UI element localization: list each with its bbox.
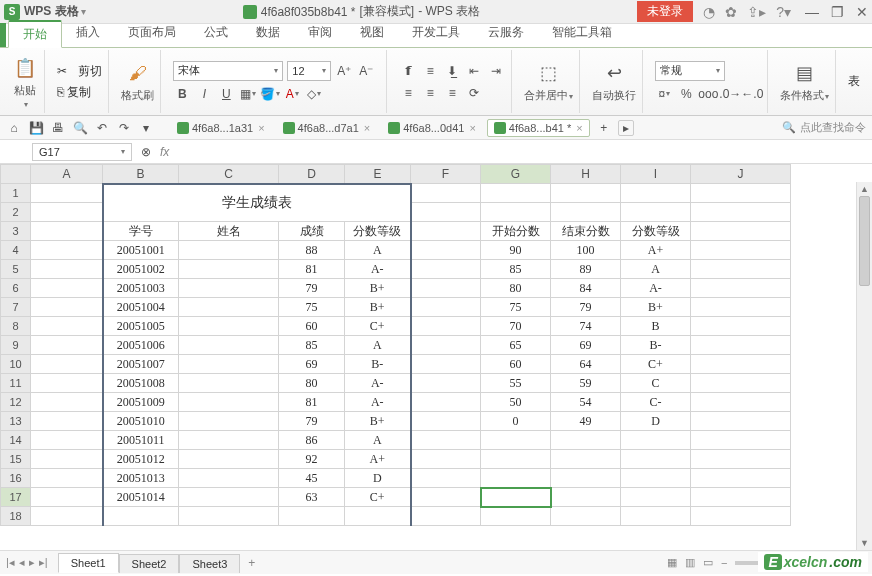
cell-E18[interactable] <box>345 507 411 526</box>
cell-A4[interactable] <box>31 241 103 260</box>
cell-D8[interactable]: 60 <box>279 317 345 336</box>
number-format-select[interactable]: 常规▾ <box>655 61 725 81</box>
cell-I9[interactable]: B- <box>621 336 691 355</box>
cell-H12[interactable]: 54 <box>551 393 621 412</box>
skin-icon[interactable]: ◔ <box>703 4 715 20</box>
cell-B11[interactable]: 20051008 <box>103 374 179 393</box>
tab-list-button[interactable]: ▸ <box>618 120 634 136</box>
cell-J4[interactable] <box>691 241 791 260</box>
comma-icon[interactable]: ooo <box>699 85 717 103</box>
cell-J1[interactable] <box>691 184 791 203</box>
cell-C11[interactable] <box>179 374 279 393</box>
cell-H11[interactable]: 59 <box>551 374 621 393</box>
cell-A17[interactable] <box>31 488 103 507</box>
cell-H4[interactable]: 100 <box>551 241 621 260</box>
row-header-13[interactable]: 13 <box>1 412 31 431</box>
cell-I14[interactable] <box>621 431 691 450</box>
cell-B3[interactable]: 学号 <box>103 222 179 241</box>
cell-F17[interactable] <box>411 488 481 507</box>
row-header-6[interactable]: 6 <box>1 279 31 298</box>
cell-G10[interactable]: 60 <box>481 355 551 374</box>
cell-C10[interactable] <box>179 355 279 374</box>
select-all-corner[interactable] <box>1 165 31 184</box>
cell-B5[interactable]: 20051002 <box>103 260 179 279</box>
cell-C12[interactable] <box>179 393 279 412</box>
cell-I11[interactable]: C <box>621 374 691 393</box>
cell-B16[interactable]: 20051013 <box>103 469 179 488</box>
paste-button[interactable]: 📋 粘贴▾ <box>6 50 45 113</box>
cell-F7[interactable] <box>411 298 481 317</box>
cell-D13[interactable]: 79 <box>279 412 345 431</box>
cell-C17[interactable] <box>179 488 279 507</box>
italic-button[interactable]: I <box>195 85 213 103</box>
cell-I15[interactable] <box>621 450 691 469</box>
cell-I5[interactable]: A <box>621 260 691 279</box>
conditional-format-button[interactable]: ▤ 条件格式▾ <box>774 50 836 113</box>
cell-B7[interactable]: 20051004 <box>103 298 179 317</box>
cell-C7[interactable] <box>179 298 279 317</box>
cell-I17[interactable] <box>621 488 691 507</box>
row-header-2[interactable]: 2 <box>1 203 31 222</box>
cell-G3[interactable]: 开始分数 <box>481 222 551 241</box>
menu-tab-9[interactable]: 智能工具箱 <box>538 20 626 47</box>
row-header-3[interactable]: 3 <box>1 222 31 241</box>
zoom-out-icon[interactable]: − <box>721 557 727 569</box>
cell-B9[interactable]: 20051006 <box>103 336 179 355</box>
merge-center-button[interactable]: ⬚ 合并居中▾ <box>518 50 580 113</box>
view-normal-icon[interactable]: ▦ <box>667 556 677 569</box>
name-box[interactable]: G17▾ <box>32 143 132 161</box>
cell-H17[interactable] <box>551 488 621 507</box>
align-center-icon[interactable]: ≡ <box>421 84 439 102</box>
cell-E3[interactable]: 分数等级 <box>345 222 411 241</box>
menu-tab-5[interactable]: 审阅 <box>294 20 346 47</box>
row-header-17[interactable]: 17 <box>1 488 31 507</box>
cell-I12[interactable]: C- <box>621 393 691 412</box>
row-header-4[interactable]: 4 <box>1 241 31 260</box>
ribbon-more[interactable]: 表 <box>848 73 860 90</box>
row-header-1[interactable]: 1 <box>1 184 31 203</box>
cell-F6[interactable] <box>411 279 481 298</box>
row-header-12[interactable]: 12 <box>1 393 31 412</box>
cell-A5[interactable] <box>31 260 103 279</box>
cell-C15[interactable] <box>179 450 279 469</box>
cell-I10[interactable]: C+ <box>621 355 691 374</box>
cell-D4[interactable]: 88 <box>279 241 345 260</box>
cell-A1[interactable] <box>31 184 103 203</box>
cell-J10[interactable] <box>691 355 791 374</box>
row-header-8[interactable]: 8 <box>1 317 31 336</box>
document-tab-0[interactable]: 4f6a8...1a31× <box>170 119 272 137</box>
align-left-icon[interactable]: ≡ <box>399 84 417 102</box>
cell-C16[interactable] <box>179 469 279 488</box>
formula-input[interactable] <box>175 143 866 161</box>
cell-B15[interactable]: 20051012 <box>103 450 179 469</box>
col-header-D[interactable]: D <box>279 165 345 184</box>
cell-E10[interactable]: B- <box>345 355 411 374</box>
command-search[interactable]: 点此查找命令 <box>800 120 866 135</box>
cell-D15[interactable]: 92 <box>279 450 345 469</box>
col-header-J[interactable]: J <box>691 165 791 184</box>
cell-F9[interactable] <box>411 336 481 355</box>
qat-save-icon[interactable]: 💾 <box>28 120 44 136</box>
increase-indent-icon[interactable]: ⇥ <box>487 62 505 80</box>
sync-icon[interactable]: ⇪▸ <box>747 4 766 20</box>
cell-H16[interactable] <box>551 469 621 488</box>
cell-G16[interactable] <box>481 469 551 488</box>
qat-undo-icon[interactable]: ↶ <box>94 120 110 136</box>
cell-E4[interactable]: A <box>345 241 411 260</box>
close-icon[interactable]: × <box>469 122 475 134</box>
col-header-G[interactable]: G <box>481 165 551 184</box>
align-bottom-icon[interactable]: ⬇̲ <box>443 62 461 80</box>
font-name-select[interactable]: 宋体▾ <box>173 61 283 81</box>
document-tab-3[interactable]: 4f6a8...b41 *× <box>487 119 590 137</box>
align-top-icon[interactable]: ⬆̄ <box>399 62 417 80</box>
sheet-tab-0[interactable]: Sheet1 <box>58 553 119 573</box>
cell-H1[interactable] <box>551 184 621 203</box>
sheet-next-icon[interactable]: ▸ <box>29 556 35 569</box>
col-header-B[interactable]: B <box>103 165 179 184</box>
cell-D6[interactable]: 79 <box>279 279 345 298</box>
cell-J17[interactable] <box>691 488 791 507</box>
cut-button[interactable]: ✂ 剪切 <box>57 63 102 80</box>
cell-F18[interactable] <box>411 507 481 526</box>
cell-B12[interactable]: 20051009 <box>103 393 179 412</box>
cell-F1[interactable] <box>411 184 481 203</box>
